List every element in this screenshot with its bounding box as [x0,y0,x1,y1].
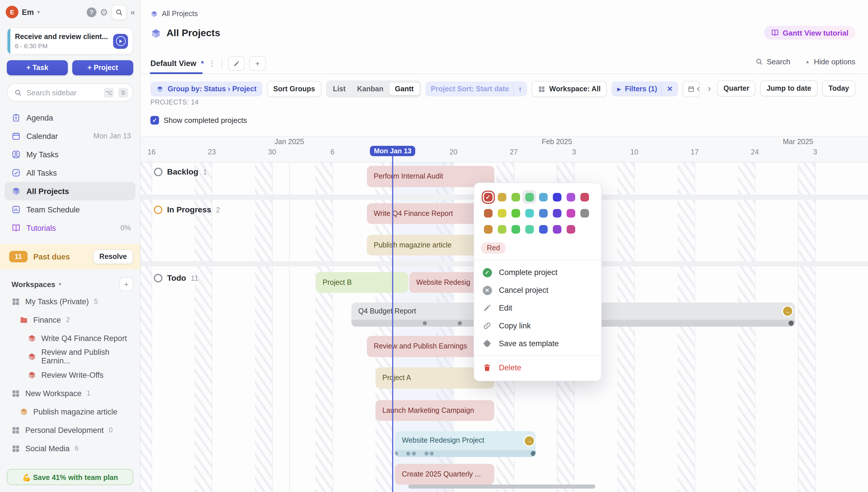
weekend-shading [617,162,634,492]
color-swatch[interactable] [497,225,506,233]
workspace-list: My Tasks (Private)5Finance2Write Q4 Fina… [0,292,140,458]
color-swatch[interactable] [525,225,534,233]
workspace-item-social-media[interactable]: Social Media6 [0,439,140,458]
color-swatch[interactable] [497,209,506,217]
color-swatch[interactable] [552,193,561,201]
settings-gear-button[interactable]: ⚙ [100,7,108,18]
month-gridline [289,137,290,492]
menu-item-save-as-template[interactable]: Save as template [474,335,601,352]
cube-icon [20,407,28,416]
workspace-item-personal-development[interactable]: Personal Development0 [0,421,140,439]
sidebar-item-label: Calendar [26,132,58,140]
workspace-item-write-q4-finance-report[interactable]: Write Q4 Finance Report [0,329,140,347]
menu-item-cancel-project[interactable]: ✕Cancel project [474,281,601,299]
menu-item-copy-link[interactable]: Copy link [474,317,601,335]
color-swatch[interactable] [552,209,561,217]
user-menu[interactable]: Em [22,8,34,16]
color-swatch[interactable] [580,209,589,217]
sidebar-topbar: E Em ▾ ? ⚙ « [0,0,140,24]
group-header-todo[interactable]: Todo11 [154,273,198,282]
menu-item-complete-project[interactable]: ✓Complete project [474,264,601,281]
global-search-button[interactable] [111,4,127,20]
color-swatch[interactable] [483,209,492,217]
milestone-dot[interactable] [412,451,416,456]
color-swatch[interactable] [511,209,520,217]
milestone-end-dot[interactable] [789,321,794,326]
gantt-bar-launch-marketing-campaign[interactable]: Launch Marketing Campaign [375,400,494,421]
gantt-bar-label: Create 2025 Quarterly ... [402,464,481,485]
sidebar-item-team-schedule[interactable]: Team Schedule [5,200,135,219]
calendar-icon [11,131,21,141]
gantt-bar-create-2025-quarterly[interactable]: Create 2025 Quarterly ... [395,464,494,485]
color-swatch[interactable] [539,209,547,217]
collapse-sidebar-button[interactable]: « [130,7,134,17]
color-swatch-cell [550,190,564,204]
color-swatch[interactable] [525,209,534,217]
horizontal-scrollbar[interactable] [408,485,595,489]
milestone-dot[interactable] [430,451,434,456]
workspace-item-my-tasks-private[interactable]: My Tasks (Private)5 [0,292,140,311]
overdue-arrow-badge[interactable]: → [525,436,534,445]
puzzle-icon [482,339,492,348]
add-project-button[interactable]: + Project [72,60,133,75]
sidebar-item-all-tasks[interactable]: All Tasks [5,164,135,182]
gantt-bar-project-b[interactable]: Project B [316,272,408,293]
book-icon [11,223,21,232]
menu-item-edit[interactable]: Edit [474,299,601,317]
color-swatch[interactable] [552,225,561,233]
sidebar-item-my-tasks[interactable]: My Tasks [5,145,135,164]
milestone-dot[interactable] [423,321,427,325]
color-swatch[interactable] [580,193,589,201]
sidebar-item-tutorials[interactable]: Tutorials0% [5,219,135,237]
color-swatch-cell [481,206,495,220]
workspace-item-publish-magazine-article[interactable]: Publish magazine article [0,402,140,421]
color-swatch[interactable] [483,225,492,233]
color-swatch-cell [509,190,522,204]
milestone-dot[interactable] [406,451,410,456]
milestone-dot[interactable] [424,451,428,456]
chart-icon [11,205,21,214]
add-workspace-button[interactable]: + [119,277,133,291]
resolve-button[interactable]: Resolve [93,249,133,264]
workspace-item-review-write-offs[interactable]: Review Write-Offs [0,366,140,384]
group-header-in-progress[interactable]: In Progress2 [154,205,220,214]
avatar[interactable]: E [6,6,18,18]
color-swatch[interactable] [525,193,534,201]
gantt-bar-label: Review and Publish Earnings [374,336,467,357]
group-header-backlog[interactable]: Backlog1 [154,167,207,176]
sidebar-item-all-projects[interactable]: All Projects [5,182,135,200]
overdue-arrow-badge[interactable]: → [783,306,792,316]
menu-item-delete[interactable]: Delete [474,359,601,377]
cube-icon [28,371,36,379]
sidebar-item-calendar[interactable]: CalendarMon Jan 13 [5,127,135,145]
workspace-item-finance[interactable]: Finance2 [0,311,140,329]
color-swatch[interactable] [497,193,506,201]
workspace-item-review-and-publish-earnin[interactable]: Review and Publish Earnin... [0,347,140,366]
workspace-item-new-workspace[interactable]: New Workspace1 [0,384,140,402]
search-icon [14,89,22,96]
create-buttons: + Task + Project [7,60,133,75]
workspaces-title[interactable]: Workspaces [11,280,55,289]
agenda-event-card[interactable]: Receive and review client... 6 - 6:30 PM [7,28,133,54]
color-swatch[interactable] [566,193,575,201]
sidebar-search-input[interactable]: Search sidebar ⌥ S [7,83,133,102]
color-swatch[interactable] [566,225,575,233]
today-date-pill[interactable]: Mon Jan 13 [370,146,416,156]
color-swatch[interactable] [539,193,547,201]
color-swatch[interactable]: ✓ [483,193,492,201]
milestone-end-dot[interactable] [531,451,536,456]
color-swatch[interactable] [566,209,575,217]
x-circle-icon: ✕ [482,286,492,295]
gantt-bar-website-redesign-project[interactable]: Website Redesign Project [395,431,536,457]
color-swatch[interactable] [539,225,547,233]
color-swatch[interactable] [511,225,520,233]
upgrade-banner-button[interactable]: 💪 Save 41% with team plan [7,469,133,485]
help-button[interactable]: ? [87,7,96,17]
color-swatch-cell [564,222,577,236]
start-event-button[interactable] [113,33,128,49]
add-task-button[interactable]: + Task [7,60,68,75]
sidebar-item-agenda[interactable]: Agenda [5,108,135,127]
cube-icon [28,352,36,361]
milestone-dot[interactable] [458,321,462,325]
color-swatch[interactable] [511,193,520,201]
